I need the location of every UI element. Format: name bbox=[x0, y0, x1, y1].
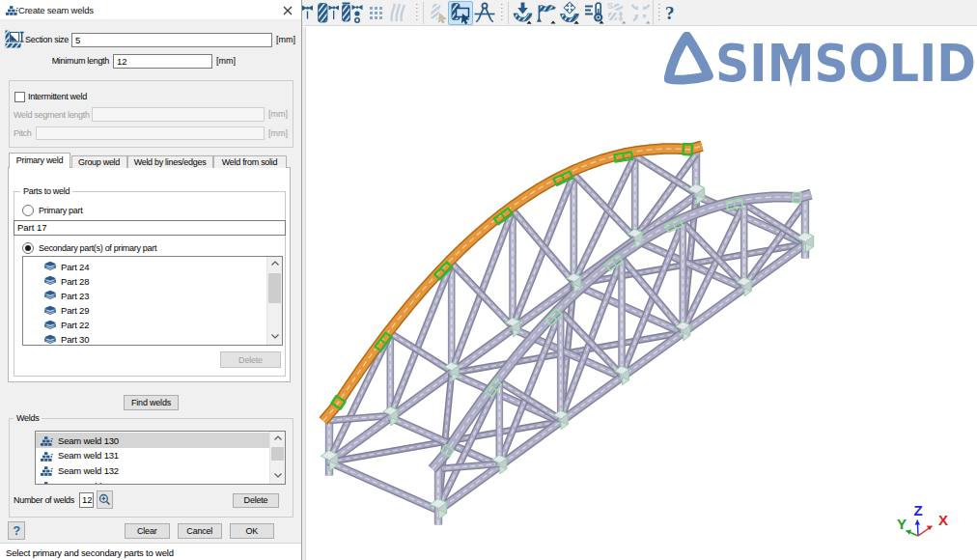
orientation-triad: Z Y X bbox=[879, 487, 956, 550]
primary-part-label: Primary part bbox=[39, 206, 82, 215]
connections-grid-icon[interactable] bbox=[370, 1, 384, 25]
flag-constraint-icon[interactable] bbox=[536, 1, 557, 25]
tab-group-weld[interactable]: Group weld bbox=[71, 155, 127, 168]
secondary-parts-list[interactable]: Part 24 Part 28 Part 23 Part 29 bbox=[22, 256, 283, 346]
section-size-icon bbox=[5, 30, 24, 48]
measure-compass-icon[interactable] bbox=[474, 1, 495, 25]
tab-weld-by-lines-edges[interactable]: Weld by lines/edges bbox=[127, 155, 213, 168]
simsolid-logo-triangle bbox=[669, 37, 710, 80]
toolbar-separator bbox=[653, 0, 654, 26]
pitch-label: Pitch bbox=[14, 128, 32, 138]
intermittent-weld-checkbox[interactable] bbox=[14, 92, 25, 102]
toolbar-separator-handle bbox=[657, 4, 660, 22]
part-icon bbox=[43, 261, 57, 272]
part-list-item[interactable]: Part 29 bbox=[23, 303, 282, 318]
minimum-length-label: Minimum length bbox=[52, 56, 109, 66]
seam-weld-icon bbox=[41, 480, 53, 485]
part-list-item[interactable]: Part 22 bbox=[23, 318, 282, 332]
help-icon[interactable]: ? bbox=[664, 1, 680, 25]
zoom-to-welds-button[interactable] bbox=[97, 490, 113, 509]
virtual-welds-icon bbox=[389, 1, 406, 25]
tab-weld-from-solid[interactable]: Weld from solid bbox=[213, 155, 287, 168]
pitch-input bbox=[36, 126, 265, 141]
seam-weld-icon bbox=[41, 434, 53, 447]
weld-list-item-label: Seam weld 131 bbox=[58, 448, 119, 463]
number-of-welds-value: 12 bbox=[79, 492, 94, 508]
primary-part-radio[interactable] bbox=[22, 205, 34, 216]
triad-z-label: Z bbox=[914, 502, 923, 518]
weld-list-item-label: Seam weld 132 bbox=[58, 463, 119, 479]
pitch-unit: [mm] bbox=[268, 128, 288, 138]
minimum-length-unit: [mm] bbox=[216, 56, 236, 66]
load-arrow-icon[interactable] bbox=[513, 1, 533, 25]
toolbar-separator bbox=[508, 2, 509, 24]
minimum-length-input[interactable]: 12 bbox=[113, 54, 212, 70]
help-button[interactable]: ? bbox=[8, 521, 25, 540]
create-seam-welds-icon[interactable] bbox=[450, 1, 472, 25]
scroll-up-button[interactable] bbox=[270, 432, 286, 446]
find-welds-button[interactable]: Find welds bbox=[124, 395, 179, 410]
magnifier-icon bbox=[98, 493, 111, 506]
weld-list-item[interactable]: Seam weld 130 bbox=[36, 433, 285, 448]
scroll-down-button[interactable] bbox=[267, 330, 283, 345]
triad-x-label: X bbox=[938, 512, 948, 528]
dialog-title: Create seam welds bbox=[18, 5, 94, 15]
dialog-titlebar[interactable]: Create seam welds bbox=[0, 0, 301, 20]
weld-list-item-label: Seam weld 130 bbox=[58, 434, 119, 449]
part-list-item[interactable]: Part 30 bbox=[23, 332, 282, 346]
weld-segment-length-unit: [mm] bbox=[268, 109, 288, 119]
triad-y-label: Y bbox=[897, 516, 907, 532]
ok-button[interactable]: OK bbox=[230, 523, 275, 539]
primary-part-input[interactable]: Part 17 bbox=[14, 220, 286, 236]
weld-list-item[interactable]: Seam weld 133 bbox=[36, 478, 285, 485]
part-list-item[interactable]: Part 28 bbox=[23, 273, 282, 288]
displacement-arrows-icon[interactable] bbox=[559, 1, 580, 25]
toolbar-separator bbox=[423, 2, 424, 24]
tab-primary-weld[interactable]: Primary weld bbox=[9, 153, 70, 168]
collapse-arrows-icon bbox=[629, 1, 652, 25]
part-list-item-label: Part 29 bbox=[61, 303, 89, 318]
section-size-input[interactable]: 5 bbox=[71, 33, 272, 48]
simsolid-logo-text: SIMSOLID bbox=[715, 33, 976, 93]
secondary-parts-radio[interactable] bbox=[22, 242, 34, 254]
scroll-up-button[interactable] bbox=[267, 257, 283, 271]
part-list-item-label: Part 22 bbox=[61, 318, 89, 332]
weld-segment-length-input bbox=[92, 107, 265, 122]
solve-icon: S bbox=[607, 1, 628, 25]
part-list-item-label: Part 28 bbox=[61, 274, 89, 289]
part-icon bbox=[43, 320, 57, 331]
scrollbar-thumb[interactable] bbox=[268, 273, 281, 303]
welds-list-scrollbar[interactable] bbox=[269, 432, 285, 484]
parts-list-scrollbar[interactable] bbox=[266, 257, 282, 345]
svg-text:?: ? bbox=[665, 3, 675, 23]
edit-welds-icon bbox=[430, 1, 448, 25]
welds-delete-button[interactable]: Delete bbox=[233, 493, 279, 509]
parts-to-weld-label: Parts to weld bbox=[20, 186, 72, 196]
part-list-item-label: Part 23 bbox=[61, 289, 89, 303]
scrollbar-thumb[interactable] bbox=[271, 447, 284, 461]
welds-group-label: Welds bbox=[14, 413, 42, 423]
number-of-welds-label: Number of welds bbox=[14, 495, 74, 505]
thermal-icon[interactable] bbox=[584, 1, 605, 25]
section-size-label: Section size bbox=[25, 35, 69, 44]
clear-button[interactable]: Clear bbox=[125, 523, 170, 539]
part-icon bbox=[43, 334, 57, 346]
weld-list-item[interactable]: Seam weld 131 bbox=[36, 448, 285, 463]
part-list-item[interactable]: Part 24 bbox=[23, 259, 282, 273]
parts-delete-button: Delete bbox=[220, 351, 281, 368]
weld-list-item[interactable]: Seam weld 132 bbox=[36, 462, 285, 478]
weld-segment-length-label: Weld segment length bbox=[14, 110, 90, 120]
close-icon[interactable] bbox=[280, 3, 295, 18]
seam-weld-spot-icon[interactable] bbox=[317, 1, 341, 25]
secondary-parts-label: Secondary part(s) of primary part bbox=[39, 243, 156, 253]
scroll-down-button[interactable] bbox=[270, 469, 286, 484]
viewport-left-edge bbox=[302, 27, 306, 560]
simsolid-logo: SIMSOLID bbox=[664, 32, 977, 92]
seam-weld-points-icon[interactable] bbox=[341, 1, 365, 25]
part-list-item-label: Part 30 bbox=[61, 332, 89, 346]
part-list-item[interactable]: Part 23 bbox=[23, 288, 282, 302]
welds-list[interactable]: Seam weld 130 Seam weld 131 bbox=[35, 431, 286, 485]
weld-list-item-label: Seam weld 133 bbox=[58, 479, 119, 485]
dialog-status-bar: Select primary and secondary parts to we… bbox=[0, 543, 301, 560]
cancel-button[interactable]: Cancel bbox=[178, 523, 223, 539]
